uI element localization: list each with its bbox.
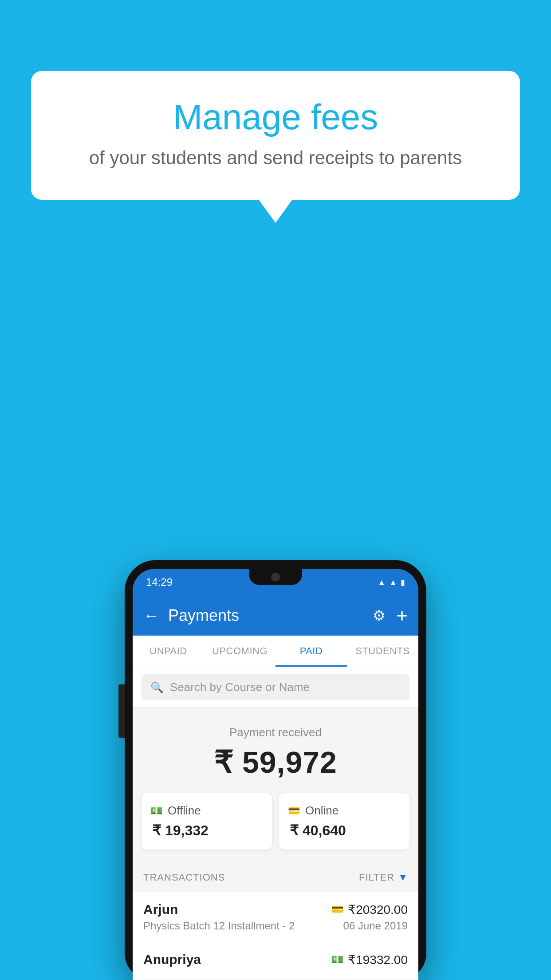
transaction-name: Arjun [143, 902, 178, 917]
transaction-amount-container: 💳 ₹20320.00 [331, 902, 408, 917]
status-icons: ▲ ▲ ▮ [378, 577, 405, 587]
notch [249, 569, 302, 585]
online-amount: ₹ 40,640 [288, 822, 401, 839]
phone-screen: 14:29 ▲ ▲ ▮ ← Payments ⚙ + UNPAID [133, 569, 418, 980]
settings-icon[interactable]: ⚙ [373, 607, 386, 624]
phone-mockup: 14:29 ▲ ▲ ▮ ← Payments ⚙ + UNPAID [125, 560, 426, 980]
offline-card: 💵 Offline ₹ 19,332 [142, 793, 272, 850]
notch-camera [271, 573, 280, 581]
signal-icon: ▲ [389, 578, 397, 587]
online-card: 💳 Online ₹ 40,640 [279, 793, 409, 850]
app-bar-title: Payments [168, 606, 364, 625]
tab-paid[interactable]: PAID [276, 636, 347, 667]
tab-unpaid[interactable]: UNPAID [133, 636, 204, 667]
offline-amount: ₹ 19,332 [150, 822, 263, 839]
payment-total-amount: ₹ 59,972 [133, 745, 418, 780]
tabs: UNPAID UPCOMING PAID STUDENTS [133, 636, 418, 667]
speech-bubble: Manage fees of your students and send re… [31, 71, 520, 200]
transaction-amount: ₹19332.00 [348, 952, 408, 967]
transaction-row-top: Arjun 💳 ₹20320.00 [143, 902, 408, 917]
tab-students[interactable]: STUDENTS [347, 636, 418, 667]
payment-cards: 💵 Offline ₹ 19,332 💳 Online ₹ 40,640 [133, 793, 418, 863]
online-icon: 💳 [288, 805, 300, 817]
search-placeholder: Search by Course or Name [170, 680, 310, 694]
phone-body: 14:29 ▲ ▲ ▮ ← Payments ⚙ + UNPAID [125, 560, 426, 980]
manage-fees-subtitle: of your students and send receipts to pa… [67, 147, 484, 169]
tab-upcoming[interactable]: UPCOMING [204, 636, 276, 667]
payment-received-label: Payment received [133, 726, 418, 739]
transactions-label: TRANSACTIONS [143, 872, 225, 883]
manage-fees-title: Manage fees [67, 98, 484, 137]
offline-icon: 💵 [150, 805, 162, 817]
offline-label: Offline [168, 804, 201, 818]
online-label: Online [305, 804, 338, 818]
transaction-amount: ₹20320.00 [348, 902, 408, 917]
cash-payment-icon: 💵 [331, 954, 343, 965]
transaction-amount-container: 💵 ₹19332.00 [331, 952, 408, 967]
search-icon: 🔍 [150, 681, 164, 694]
status-bar: 14:29 ▲ ▲ ▮ [133, 569, 418, 596]
online-card-header: 💳 Online [288, 804, 401, 818]
add-icon[interactable]: + [396, 606, 408, 625]
transaction-course: Physics Batch 12 Installment - 2 [143, 920, 295, 932]
transaction-item[interactable]: Arjun 💳 ₹20320.00 Physics Batch 12 Insta… [133, 892, 418, 942]
app-bar-action-icons: ⚙ + [373, 606, 408, 625]
back-button[interactable]: ← [143, 606, 159, 625]
transaction-name: Anupriya [143, 952, 201, 967]
transaction-row-bottom: Physics Batch 12 Installment - 2 06 June… [143, 920, 408, 932]
search-container: 🔍 Search by Course or Name [133, 667, 418, 708]
app-bar: ← Payments ⚙ + [133, 596, 418, 636]
transaction-item[interactable]: Anupriya 💵 ₹19332.00 [133, 942, 418, 980]
filter-button[interactable]: FILTER ▼ [359, 872, 408, 883]
filter-label: FILTER [359, 872, 394, 883]
offline-card-header: 💵 Offline [150, 804, 263, 818]
transaction-row-top: Anupriya 💵 ₹19332.00 [143, 952, 408, 967]
card-payment-icon: 💳 [331, 904, 343, 915]
battery-icon: ▮ [401, 577, 405, 587]
transaction-date: 06 June 2019 [343, 920, 408, 932]
filter-icon: ▼ [398, 872, 408, 883]
search-box[interactable]: 🔍 Search by Course or Name [142, 674, 409, 700]
wifi-icon: ▲ [378, 578, 386, 587]
status-time: 14:29 [146, 576, 173, 589]
transactions-header: TRANSACTIONS FILTER ▼ [133, 863, 418, 892]
payment-summary: Payment received ₹ 59,972 [133, 708, 418, 793]
